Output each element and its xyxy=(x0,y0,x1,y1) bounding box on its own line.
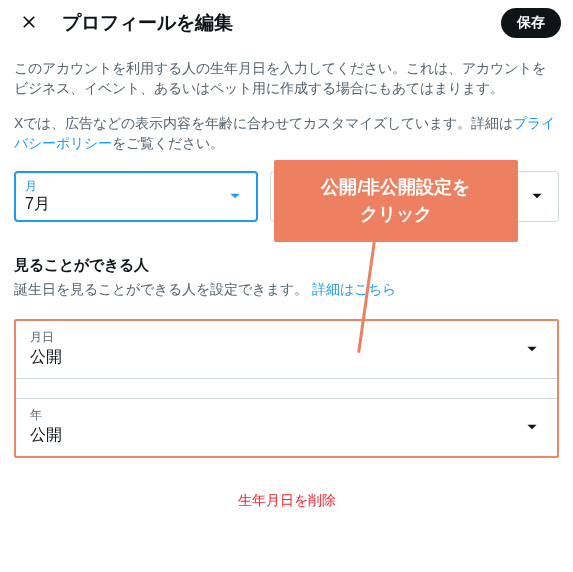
ads-note-tail: をご覧ください。 xyxy=(112,135,224,151)
birthdate-selectors: 月 7月 xyxy=(14,171,559,222)
month-label: 月 xyxy=(25,180,247,192)
visibility-section-desc: 誕生日を見ることができる人を設定できます。 詳細はこちら xyxy=(14,281,559,299)
month-value: 7月 xyxy=(25,194,247,215)
chevron-down-icon xyxy=(526,184,548,209)
delete-birthdate-link[interactable]: 生年月日を削除 xyxy=(14,492,559,510)
ads-note-text: Xでは、広告などの表示内容を年齢に合わせてカスタマイズしています。詳細は xyxy=(14,115,513,131)
year-vis-value: 公開 xyxy=(30,425,543,446)
year-vis-label: 年 xyxy=(30,409,543,421)
visibility-section-title: 見ることができる人 xyxy=(14,256,559,275)
page-title: プロフィールを編集 xyxy=(62,10,485,36)
month-day-vis-value: 公開 xyxy=(30,347,543,368)
visibility-spacer xyxy=(16,379,557,399)
birthdate-instruction: このアカウントを利用する人の生年月日を入力してください。これは、アカウントをビジ… xyxy=(14,58,559,99)
chevron-down-icon xyxy=(521,415,543,440)
ads-customize-note: Xでは、広告などの表示内容を年齢に合わせてカスタマイズしています。詳細はプライバ… xyxy=(14,113,559,154)
chevron-down-icon xyxy=(521,337,543,362)
visibility-group: 月日 公開 年 公開 xyxy=(14,319,559,458)
body: このアカウントを利用する人の生年月日を入力してください。これは、アカウントをビジ… xyxy=(0,46,573,518)
chevron-down-icon xyxy=(376,184,398,209)
learn-more-link[interactable]: 詳細はこちら xyxy=(312,281,396,297)
visibility-desc-text: 誕生日を見ることができる人を設定できます。 xyxy=(14,281,308,297)
header: プロフィールを編集 保存 xyxy=(0,0,573,46)
close-button[interactable] xyxy=(12,6,46,40)
save-button[interactable]: 保存 xyxy=(501,8,561,38)
month-select[interactable]: 月 7月 xyxy=(14,171,258,222)
day-select[interactable] xyxy=(270,171,409,222)
close-icon xyxy=(19,12,39,35)
year-select[interactable] xyxy=(421,171,560,222)
month-day-visibility-select[interactable]: 月日 公開 xyxy=(16,321,557,379)
month-day-vis-label: 月日 xyxy=(30,331,543,343)
year-visibility-select[interactable]: 年 公開 xyxy=(16,399,557,456)
chevron-down-icon xyxy=(224,184,246,209)
